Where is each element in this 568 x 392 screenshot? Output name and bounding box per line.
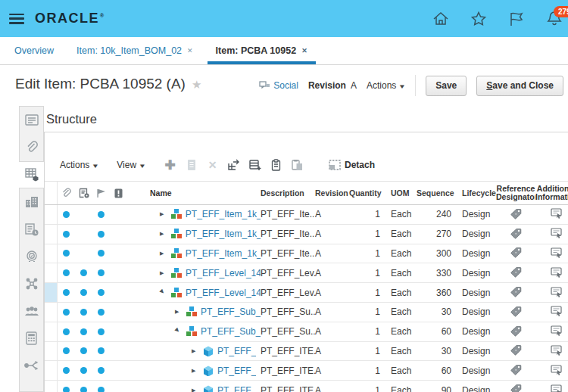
table-row[interactable]: ▶ PT_EFF_Level_14 PT_EFF_Lev... A 1 Each… bbox=[45, 283, 568, 303]
reference-designator-cell[interactable] bbox=[496, 286, 535, 299]
row-selector[interactable] bbox=[45, 322, 58, 341]
row-selector[interactable] bbox=[45, 283, 58, 302]
expand-arrow-icon[interactable]: ▶ bbox=[192, 368, 199, 374]
row-selector[interactable] bbox=[45, 205, 58, 224]
add-icon[interactable]: ✚ bbox=[164, 159, 176, 172]
row-selector[interactable] bbox=[45, 225, 58, 244]
expand-arrow-icon[interactable]: ▶ bbox=[159, 288, 169, 297]
flag-icon[interactable] bbox=[507, 10, 526, 28]
table-row[interactable]: ▶ PT_EFF_Item_1k_ PT_EFF_Ite... A 1 Each… bbox=[45, 244, 568, 264]
item-name-link[interactable]: PT_EFF_Sub_ bbox=[201, 326, 261, 337]
sidebar-item-structure[interactable] bbox=[19, 161, 45, 188]
column-sequence[interactable]: Sequence bbox=[417, 188, 454, 198]
menu-icon[interactable] bbox=[9, 14, 24, 24]
sidebar-item-quality[interactable] bbox=[20, 243, 43, 270]
additional-information-cell[interactable] bbox=[535, 287, 568, 299]
table-row[interactable]: ▶ PT_EFF_ PT_EFF_ITE... A 1 Each 60 Desi… bbox=[45, 361, 568, 381]
tab-item-bom[interactable]: Item: 10k_Item_BOM_02✕ bbox=[65, 37, 204, 64]
notifications-icon[interactable]: 2796 bbox=[545, 9, 565, 29]
delete-icon[interactable]: ✕ bbox=[206, 159, 219, 172]
expand-arrow-icon[interactable]: ▶ bbox=[192, 348, 199, 354]
actions-menu[interactable]: Actions▼ bbox=[367, 80, 405, 91]
row-selector[interactable] bbox=[45, 244, 58, 263]
item-name-link[interactable]: PT_EFF_Level_14 bbox=[186, 288, 261, 298]
expand-arrow-icon[interactable]: ▶ bbox=[160, 231, 167, 237]
reorder-icon[interactable] bbox=[227, 159, 240, 172]
sidebar-item-organizations[interactable] bbox=[20, 188, 43, 216]
copy-icon[interactable] bbox=[270, 159, 282, 172]
item-name-link[interactable]: PT_EFF_Sub_ bbox=[201, 306, 261, 317]
reference-designator-cell[interactable] bbox=[496, 228, 535, 241]
row-selector[interactable] bbox=[45, 361, 58, 380]
alert-column-icon[interactable] bbox=[110, 188, 127, 198]
expand-arrow-icon[interactable]: ▶ bbox=[175, 309, 183, 315]
save-and-close-button[interactable]: Save and Close bbox=[476, 76, 563, 96]
home-icon[interactable] bbox=[432, 10, 450, 28]
additional-information-cell[interactable] bbox=[535, 228, 568, 240]
expand-arrow-icon[interactable]: ▶ bbox=[160, 250, 167, 257]
additional-information-cell[interactable] bbox=[535, 325, 568, 338]
column-revision[interactable]: Revision bbox=[315, 188, 349, 198]
paste-icon[interactable] bbox=[291, 159, 304, 172]
sidebar-item-teams[interactable] bbox=[20, 297, 43, 325]
column-lifecycle[interactable]: Lifecycle bbox=[454, 188, 496, 198]
expand-arrow-icon[interactable]: ▶ bbox=[160, 270, 167, 276]
favorites-icon[interactable] bbox=[470, 10, 488, 28]
duplicate-icon[interactable] bbox=[185, 159, 198, 172]
reference-designator-cell[interactable] bbox=[496, 364, 535, 377]
toolbar-actions-menu[interactable]: Actions▼ bbox=[60, 160, 98, 170]
table-row[interactable]: ▶ PT_EFF_Level_14 PT_EFF_Lev... A 1 Each… bbox=[45, 263, 568, 283]
column-additional-information[interactable]: Additional Information bbox=[535, 185, 568, 201]
column-quantity[interactable]: Quantity bbox=[349, 188, 385, 198]
table-row[interactable]: ▶ PT_EFF_Sub_ PT_EFF_Su... A 1 Each 30 D… bbox=[45, 303, 568, 322]
reference-designator-cell[interactable] bbox=[496, 384, 535, 392]
sidebar-item-changes[interactable] bbox=[20, 216, 43, 243]
item-name-link[interactable]: PT_EFF_ bbox=[217, 346, 256, 356]
save-button[interactable]: Save bbox=[426, 76, 467, 96]
attachments-column-icon[interactable] bbox=[58, 188, 75, 198]
expand-arrow-icon[interactable]: ▶ bbox=[174, 327, 184, 337]
sidebar-item-relationships[interactable] bbox=[20, 270, 43, 297]
additional-information-cell[interactable] bbox=[535, 306, 568, 318]
reference-designator-cell[interactable] bbox=[496, 266, 535, 279]
table-row[interactable]: ▶ PT_EFF PT_EFF_ITE A 1 Each 90 Design bbox=[45, 381, 568, 392]
additional-information-cell[interactable] bbox=[535, 208, 568, 220]
table-row[interactable]: ▶ PT_EFF_Sub_ PT_EFF_Su... A 1 Each 60 D… bbox=[45, 322, 568, 342]
item-name-link[interactable]: PT_EFF_Item_1k_ bbox=[186, 248, 261, 259]
table-row[interactable]: ▶ PT_EFF_Item_1k_ PT_EFF_Ite... A 1 Each… bbox=[45, 205, 568, 225]
item-name-link[interactable]: PT_EFF_ bbox=[217, 366, 256, 376]
table-row[interactable]: ▶ PT_EFF_ PT_EFF_ITE... A 1 Each 30 Desi… bbox=[45, 342, 568, 362]
expand-arrow-icon[interactable]: ▶ bbox=[160, 211, 167, 217]
additional-information-cell[interactable] bbox=[535, 247, 568, 260]
additional-information-cell[interactable] bbox=[535, 267, 568, 279]
sidebar-item-overview[interactable] bbox=[20, 107, 43, 134]
favorite-star-icon[interactable]: ★ bbox=[192, 78, 201, 91]
close-tab-icon[interactable]: ✕ bbox=[187, 47, 193, 54]
insert-row-icon[interactable] bbox=[248, 159, 261, 172]
sidebar-item-attachments[interactable] bbox=[20, 134, 43, 161]
item-name-link[interactable]: PT_EFF_Item_1k_ bbox=[186, 229, 261, 239]
row-selector[interactable] bbox=[45, 381, 58, 392]
close-tab-icon[interactable]: ✕ bbox=[301, 47, 307, 54]
pending-changes-column-icon[interactable] bbox=[75, 188, 92, 198]
column-description[interactable]: Description bbox=[261, 188, 315, 198]
additional-information-cell[interactable] bbox=[535, 384, 568, 392]
reference-designator-cell[interactable] bbox=[496, 247, 535, 260]
reference-designator-cell[interactable] bbox=[496, 208, 535, 221]
flag-column-icon[interactable] bbox=[92, 188, 110, 198]
column-name[interactable]: Name bbox=[127, 188, 261, 198]
sidebar-item-calculations[interactable] bbox=[20, 325, 43, 352]
social-link[interactable]: Social bbox=[259, 80, 298, 91]
table-row[interactable]: ▶ PT_EFF_Item_1k_ PT_EFF_Ite... A 1 Each… bbox=[45, 225, 568, 244]
reference-designator-cell[interactable] bbox=[496, 306, 535, 319]
expand-arrow-icon[interactable]: ▶ bbox=[192, 387, 199, 392]
additional-information-cell[interactable] bbox=[535, 365, 568, 377]
column-uom[interactable]: UOM bbox=[385, 188, 417, 198]
detach-button[interactable]: Detach bbox=[329, 160, 375, 170]
item-name-link[interactable]: PT_EFF bbox=[217, 385, 251, 392]
toolbar-view-menu[interactable]: View▼ bbox=[117, 160, 145, 170]
additional-information-cell[interactable] bbox=[535, 345, 568, 357]
tab-item-pcba[interactable]: Item: PCBA 10952✕ bbox=[204, 37, 319, 64]
item-name-link[interactable]: PT_EFF_Item_1k_ bbox=[186, 209, 261, 219]
reference-designator-cell[interactable] bbox=[496, 344, 535, 357]
